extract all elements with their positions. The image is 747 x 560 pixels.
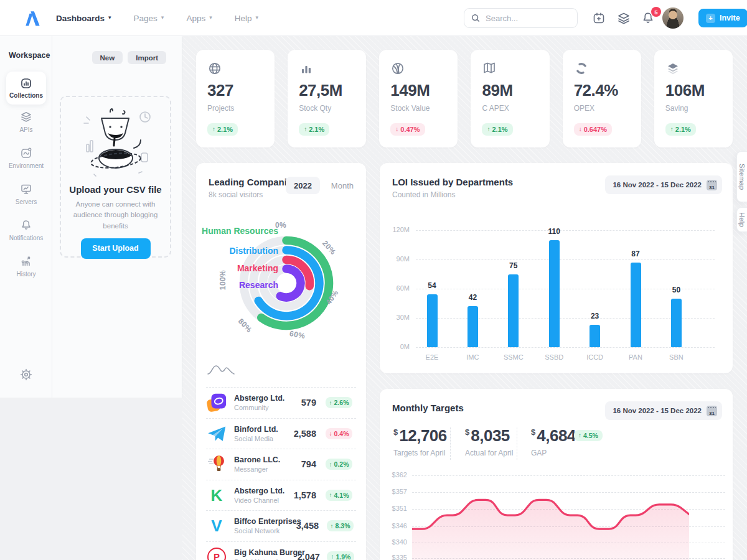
y-axis-tick: 90M [387, 255, 410, 263]
radial-tick-label: 40% [324, 289, 341, 307]
bar[interactable] [631, 263, 641, 347]
settings-gear-icon[interactable] [20, 368, 32, 381]
workspace-actions: New Import [92, 51, 166, 64]
sidebar-item-history[interactable]: History [0, 255, 52, 278]
telegram-logo-icon [206, 423, 227, 444]
sidebar-item-servers[interactable]: Servers [0, 183, 52, 205]
stat-card-projects[interactable]: 327 Projects 2.1% [196, 50, 275, 147]
stat-value: 327 [207, 81, 233, 100]
stat-value: 4,684 [537, 426, 576, 446]
company-row-abstergo-video[interactable]: K Abstergo Ltd.Video Channel 1,578 4.1% [206, 480, 356, 511]
leading-companies-card: Leading Companies 8k social visitors 202… [196, 163, 366, 560]
app-logo[interactable] [19, 7, 41, 29]
stat-card-stock-qty[interactable]: 27,5M Stock Qty 2.1% [288, 50, 366, 147]
stat-value: 149M [390, 81, 430, 100]
stat-change-badge: 2.1% [299, 123, 329, 136]
stat-card-saving[interactable]: 106M Saving 2.1% [654, 50, 733, 147]
search-input[interactable] [486, 14, 566, 23]
y-axis-tick: 0M [387, 343, 410, 350]
bar[interactable] [590, 325, 600, 347]
company-name: Abstergo Ltd. [234, 487, 284, 495]
year-filter-chip[interactable]: 2022 [286, 177, 320, 194]
bar[interactable] [549, 240, 560, 347]
layers-icon[interactable] [617, 11, 631, 25]
gap-change-badge: 4.5% [574, 429, 603, 441]
bar[interactable] [671, 299, 682, 347]
notification-count-badge[interactable]: 5 [651, 7, 661, 17]
y-axis-tick: 60M [387, 284, 410, 292]
chevron-down-icon: ▾ [108, 14, 111, 21]
radial-series-label: Distribution [229, 246, 278, 256]
sidebar-item-environment[interactable]: Environment [0, 147, 52, 169]
bar-value-label: 110 [542, 227, 566, 236]
period-toggle[interactable]: Month [331, 181, 354, 190]
company-value: 2,047 [298, 552, 320, 560]
y-axis-tick: $346 [385, 522, 407, 530]
chevron-down-icon: ▾ [255, 14, 258, 21]
sitemap-tab[interactable]: Sitemap [736, 151, 747, 202]
invite-button[interactable]: + Invite [698, 9, 747, 27]
csv-dropzone[interactable]: Upload your CSV file Anyone can connect … [60, 96, 171, 258]
import-button[interactable]: Import [128, 51, 166, 64]
gridline [416, 318, 715, 319]
company-change-badge: 1.9% [326, 551, 356, 560]
sidebar-item-collections[interactable]: Collections [6, 72, 46, 105]
stat-label: Projects [207, 104, 234, 113]
x-axis-tick: IMC [455, 353, 490, 361]
nav-item-pages[interactable]: Pages▾ [134, 14, 164, 23]
stat-card-stock-value[interactable]: 149M Stock Value 0.47% [379, 50, 458, 147]
sidebar-item-notifications[interactable]: Notifications [0, 219, 52, 241]
company-name: Big Kahuna Burger [234, 548, 298, 557]
company-row-binford[interactable]: Binford Ltd.Social Media 2,588 0.4% [206, 418, 356, 449]
nav-item-apps[interactable]: Apps▾ [186, 14, 212, 23]
stat-card-capex[interactable]: 89M C APEX 2.1% [471, 50, 549, 147]
help-tab[interactable]: Help [736, 207, 747, 232]
company-row-abstergo-community[interactable]: Abstergo Ltd.Community 579 2.6% [206, 387, 356, 418]
plus-icon: + [706, 14, 715, 23]
stat-label: Actual for April [465, 449, 513, 457]
nav-item-dashboards[interactable]: Dashboards▾ [56, 14, 111, 23]
date-range-picker[interactable]: 16 Nov 2022 - 15 Dec 2022 31 [605, 401, 722, 420]
bar[interactable] [508, 274, 519, 348]
stat-label: OPEX [574, 104, 594, 113]
gap-stat: $4,684 GAP [531, 426, 576, 457]
bar-value-label: 87 [623, 250, 648, 258]
company-row-barone[interactable]: Barone LLC.Messanger 794 0.2% [206, 449, 356, 480]
company-change-badge: 8.3% [324, 520, 356, 531]
sidebar-item-apis[interactable]: APIs [0, 111, 52, 133]
y-axis-tick: $357 [385, 488, 407, 495]
stat-value: 106M [665, 81, 705, 100]
collections-icon [20, 77, 32, 90]
company-change-badge: 4.1% [322, 490, 356, 501]
hourglass-illustration [69, 103, 162, 183]
main-nav: Dashboards▾ Pages▾ Apps▾ Help▾ [56, 0, 258, 36]
sparkline-icon [207, 362, 235, 376]
currency-sign: $ [393, 427, 398, 437]
company-row-biffco[interactable]: V Biffco EnterprisesSocial Network 3,458… [206, 510, 356, 541]
bar[interactable] [467, 306, 478, 347]
dropzone-description: Anyone can connect with audience through… [68, 199, 162, 231]
company-name: Binford Ltd. [234, 425, 278, 434]
calendar-icon: 31 [707, 406, 717, 416]
date-range-label: 16 Nov 2022 - 15 Dec 2022 [613, 181, 702, 189]
sync-icon [574, 61, 589, 76]
x-axis-tick: E2E [415, 353, 449, 361]
stat-label: GAP [531, 449, 576, 457]
start-upload-button[interactable]: Start Upload [81, 238, 151, 259]
company-value: 3,458 [296, 521, 319, 531]
date-range-picker[interactable]: 16 Nov 2022 - 15 Dec 2022 31 [605, 175, 722, 194]
stat-card-opex[interactable]: 72.4% OPEX 0.647% [563, 50, 641, 147]
chevron-down-icon: ▾ [209, 14, 212, 21]
date-range-label: 16 Nov 2022 - 15 Dec 2022 [613, 407, 702, 414]
nav-label: Apps [186, 14, 205, 23]
sidebar-item-label: Notifications [9, 235, 43, 241]
stat-label: Targets for April [393, 449, 447, 457]
history-icon [20, 255, 32, 268]
calendar-add-icon[interactable] [592, 11, 606, 25]
company-row-big-kahuna[interactable]: P Big Kahuna BurgerSocial Network 2,047 … [206, 541, 356, 560]
new-button[interactable]: New [92, 51, 123, 64]
user-avatar[interactable] [662, 7, 684, 29]
search-box[interactable] [464, 8, 578, 28]
bar[interactable] [427, 294, 438, 347]
nav-item-help[interactable]: Help▾ [235, 14, 258, 23]
